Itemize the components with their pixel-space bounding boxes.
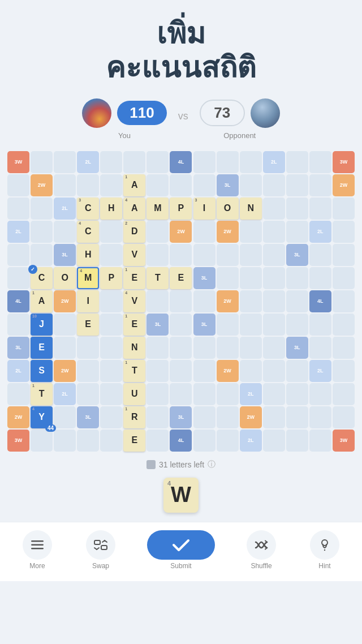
cell-r1c14[interactable]	[309, 151, 331, 173]
cell-r6c10[interactable]	[217, 267, 239, 289]
cell-r11c12[interactable]	[263, 383, 285, 405]
cell-r1c7[interactable]	[146, 151, 169, 173]
cell-r4c13[interactable]	[286, 221, 308, 243]
cell-r7c13[interactable]	[286, 290, 308, 312]
cell-r2c13[interactable]	[286, 174, 308, 196]
cell-r5c5[interactable]	[100, 244, 122, 266]
cell-r9c11[interactable]	[240, 337, 262, 359]
shuffle-icon-btn[interactable]	[247, 530, 276, 560]
cell-r5c11[interactable]	[240, 244, 262, 266]
nav-shuffle[interactable]: Shuffle	[244, 530, 278, 570]
cell-r6c9[interactable]: 3L	[193, 267, 216, 289]
cell-r4c12[interactable]	[263, 221, 285, 243]
cell-r11c5[interactable]	[100, 383, 122, 405]
cell-r7c8[interactable]	[170, 290, 192, 312]
cell-r7c11[interactable]	[240, 290, 262, 312]
cell-r6c12[interactable]	[263, 267, 285, 289]
cell-r13c15[interactable]: 3W	[333, 430, 355, 452]
cell-r11c13[interactable]	[286, 383, 308, 405]
cell-r13c2[interactable]	[31, 430, 53, 452]
cell-r8c1[interactable]	[7, 314, 29, 336]
cell-r2c11[interactable]	[240, 174, 262, 196]
cell-r4c8[interactable]: 2W	[170, 221, 192, 243]
cell-r12c10[interactable]	[217, 406, 239, 428]
cell-r1c4[interactable]: 2L	[77, 151, 99, 173]
cell-r2c14[interactable]	[309, 174, 331, 196]
cell-r12c12[interactable]	[263, 406, 285, 428]
cell-r13c12[interactable]	[263, 430, 285, 452]
cell-r5c1[interactable]	[7, 244, 29, 266]
cell-r1c15[interactable]: 3W	[333, 151, 355, 173]
cell-r10c12[interactable]	[263, 360, 285, 382]
cell-r1c12[interactable]: 2L	[263, 151, 285, 173]
cell-r8c12[interactable]	[263, 314, 285, 336]
cell-r11c9[interactable]	[193, 383, 216, 405]
cell-r7c3[interactable]: 2W	[54, 290, 76, 312]
cell-r4c11[interactable]	[240, 221, 262, 243]
cell-r1c2[interactable]	[31, 151, 53, 173]
cell-r5c8[interactable]	[170, 244, 192, 266]
rack-tile-w[interactable]: 4 W	[163, 478, 199, 513]
more-icon-btn[interactable]	[23, 530, 52, 560]
cell-r13c3[interactable]	[54, 430, 76, 452]
cell-r4c5[interactable]	[100, 221, 122, 243]
cell-r4c2[interactable]	[31, 221, 53, 243]
cell-r3c13[interactable]	[286, 198, 308, 220]
cell-r8c14[interactable]	[309, 314, 331, 336]
cell-r10c7[interactable]	[146, 360, 169, 382]
cell-r6c13[interactable]	[286, 267, 308, 289]
cell-r10c11[interactable]	[240, 360, 262, 382]
cell-r8c11[interactable]	[240, 314, 262, 336]
cell-r4c1[interactable]: 2L	[7, 221, 29, 243]
nav-hint[interactable]: Hint	[308, 530, 342, 570]
cell-r13c10[interactable]	[217, 430, 239, 452]
cell-r10c10[interactable]: 2W	[217, 360, 239, 382]
cell-r9c12[interactable]	[263, 337, 285, 359]
cell-r13c4[interactable]	[77, 430, 99, 452]
cell-r9c3[interactable]	[54, 337, 76, 359]
cell-r4c14[interactable]: 2L	[309, 221, 331, 243]
cell-r5c2[interactable]	[31, 244, 53, 266]
cell-r4c7[interactable]	[146, 221, 169, 243]
submit-btn[interactable]	[147, 530, 215, 560]
cell-r9c7[interactable]	[146, 337, 169, 359]
cell-r11c15[interactable]	[333, 383, 355, 405]
nav-more[interactable]: More	[20, 530, 54, 570]
cell-r1c5[interactable]	[100, 151, 122, 173]
cell-r5c10[interactable]	[217, 244, 239, 266]
cell-r9c1[interactable]: 3L	[7, 337, 29, 359]
cell-r12c1[interactable]: 2W	[7, 406, 29, 428]
rack-area[interactable]: 4 W	[0, 472, 362, 516]
cell-r1c11[interactable]	[240, 151, 262, 173]
cell-r4c9[interactable]	[193, 221, 216, 243]
cell-r1c1[interactable]: 3W	[7, 151, 29, 173]
cell-r11c11[interactable]: 2L	[240, 383, 262, 405]
cell-r12c7[interactable]	[146, 406, 169, 428]
cell-r12c8[interactable]: 3L	[170, 406, 192, 428]
cell-r8c9[interactable]: 3L	[193, 314, 216, 336]
cell-r11c1[interactable]	[7, 383, 29, 405]
nav-submit[interactable]: Submit	[147, 530, 215, 570]
cell-r3c14[interactable]	[309, 198, 331, 220]
cell-r3c2[interactable]	[31, 198, 53, 220]
cell-r1c10[interactable]	[217, 151, 239, 173]
cell-r2c5[interactable]	[100, 174, 122, 196]
cell-r12c11[interactable]: 2W	[240, 406, 262, 428]
cell-r5c3[interactable]: 3L	[54, 244, 76, 266]
cell-r10c4[interactable]	[77, 360, 99, 382]
cell-r5c12[interactable]	[263, 244, 285, 266]
cell-r6c15[interactable]	[333, 267, 355, 289]
cell-r13c1[interactable]: 3W	[7, 430, 29, 452]
cell-r8c3[interactable]	[54, 314, 76, 336]
cell-r8c13[interactable]	[286, 314, 308, 336]
cell-r8c5[interactable]	[100, 314, 122, 336]
cell-r7c15[interactable]	[333, 290, 355, 312]
cell-r1c3[interactable]	[54, 151, 76, 173]
cell-r9c13[interactable]: 3L	[286, 337, 308, 359]
cell-r7c9[interactable]	[193, 290, 216, 312]
cell-r2c10[interactable]: 3L	[217, 174, 239, 196]
cell-r9c9[interactable]	[193, 337, 216, 359]
hint-icon-btn[interactable]	[310, 530, 339, 560]
cell-r11c8[interactable]	[170, 383, 192, 405]
cell-r8c8[interactable]	[170, 314, 192, 336]
